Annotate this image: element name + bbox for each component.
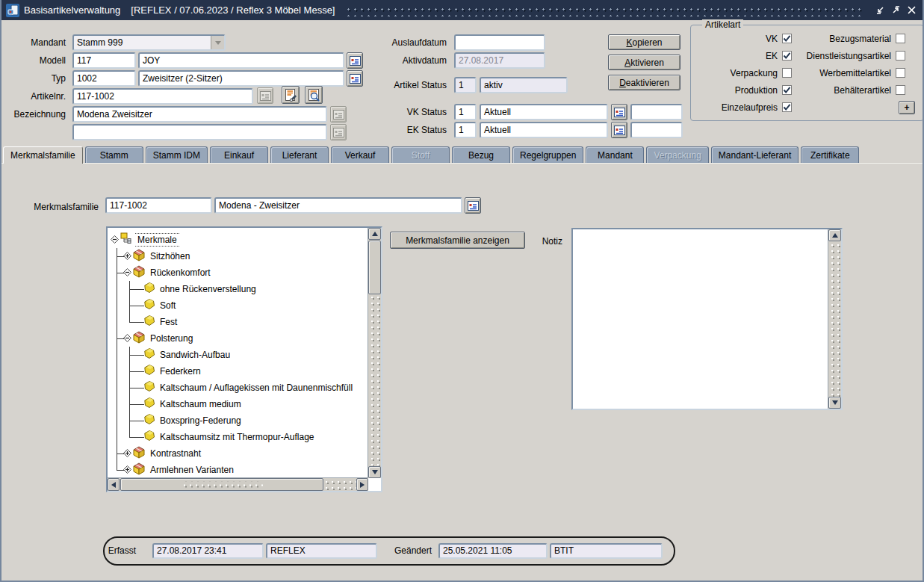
- tab-lieferant[interactable]: Lieferant: [270, 146, 329, 163]
- tree-node-label[interactable]: Polsterung: [148, 332, 195, 344]
- tree-node[interactable]: Boxspring-Federung: [111, 412, 368, 429]
- ek-status-lov-button[interactable]: [611, 122, 627, 138]
- titlebar-grip-pattern: [345, 5, 863, 16]
- tree-node-label[interactable]: Soft: [158, 300, 178, 312]
- tree-node[interactable]: Kaltschaumsitz mit Thermopur-Auflage: [111, 429, 368, 445]
- tree-hscroll-thumb[interactable]: [120, 478, 323, 491]
- leaf-icon: [144, 365, 155, 378]
- tree-node[interactable]: Sandwich-Aufbau: [111, 347, 368, 363]
- tree-node[interactable]: Kaltschaum medium: [111, 396, 368, 412]
- werbemittelartikel-checkbox[interactable]: [896, 68, 905, 78]
- tree-node-label[interactable]: Kontrastnaht: [148, 448, 203, 459]
- tree-node-label[interactable]: Kaltschaumsitz mit Thermopur-Auflage: [158, 431, 317, 443]
- mandant-select[interactable]: Stamm 999: [72, 34, 226, 51]
- auslaufdatum-field[interactable]: [454, 34, 545, 51]
- tree-node[interactable]: Kontrastnaht: [111, 445, 368, 462]
- tree-node-label[interactable]: Fest: [158, 316, 179, 328]
- tree-node[interactable]: Sitzhöhen: [111, 248, 368, 264]
- typ-code-field[interactable]: 1002: [72, 70, 136, 87]
- merkmalsfamilie-code-field[interactable]: 117-1002: [105, 197, 212, 214]
- vk-status-extra-field[interactable]: [630, 104, 683, 120]
- tab-bezug[interactable]: Bezug: [452, 146, 510, 163]
- edit-article-icon[interactable]: [282, 86, 300, 104]
- modell-name-field[interactable]: JOY: [138, 52, 344, 69]
- tree-node[interactable]: Federkern: [111, 363, 368, 380]
- tree-node[interactable]: Polsterung: [111, 330, 368, 347]
- ek-status-extra-field[interactable]: [630, 122, 683, 138]
- tree-node[interactable]: ohne Rückenverstellung: [111, 281, 368, 297]
- tab-merkmalsfamilie[interactable]: Merkmalsfamilie: [3, 146, 83, 164]
- merkmalsfamilie-label: Merkmalsfamilie: [34, 202, 99, 212]
- tree-node[interactable]: Armlehnen Varianten: [111, 462, 368, 478]
- merkmalsfamilie-anzeigen-button[interactable]: Merkmalsfamilie anzeigen: [390, 232, 525, 249]
- tab-stamm-idm[interactable]: Stamm IDM: [146, 146, 208, 163]
- tree-node[interactable]: Rückenkomfort: [111, 264, 368, 281]
- tree-horizontal-scrollbar[interactable]: [108, 477, 368, 491]
- tree-node-label[interactable]: ohne Rückenverstellung: [158, 283, 258, 295]
- tab-mandant[interactable]: Mandant: [586, 146, 644, 163]
- scroll-left-icon[interactable]: [108, 478, 120, 491]
- typ-name-field[interactable]: Zweisitzer (2-Sitzer): [138, 70, 344, 87]
- minimize-icon[interactable]: [873, 4, 887, 17]
- ek-status-code-field[interactable]: 1: [454, 122, 477, 138]
- bezugsmaterial-checkbox[interactable]: [896, 34, 905, 43]
- tree-node-label[interactable]: Rückenkomfort: [148, 267, 213, 279]
- tab-einkauf[interactable]: Einkauf: [210, 146, 268, 163]
- einzelaufpreis-checkbox[interactable]: [782, 102, 792, 112]
- close-icon[interactable]: [905, 4, 918, 17]
- geaendert-user-field: BTIT: [550, 543, 663, 559]
- app-window: Basisartikelverwaltung [REFLEX / 07.06.2…: [0, 0, 924, 582]
- search-article-icon[interactable]: [305, 86, 323, 104]
- tree-node-label[interactable]: Sitzhöhen: [148, 250, 192, 262]
- kopieren-button[interactable]: Kopieren: [608, 34, 680, 50]
- tree-vscroll-thumb[interactable]: [368, 241, 381, 294]
- scroll-up-icon[interactable]: [828, 229, 841, 241]
- tree-vertical-scrollbar[interactable]: [368, 228, 381, 478]
- modell-lov-button[interactable]: [347, 52, 363, 69]
- merkmalsfamilie-name-field[interactable]: Modena - Zweisitzer: [214, 197, 462, 214]
- ek-status-text-field[interactable]: Aktuell: [480, 122, 608, 138]
- tab-regelgruppen[interactable]: Regelgruppen: [512, 146, 583, 163]
- tree-node[interactable]: Merkmale: [111, 232, 368, 248]
- bezeichnung-field[interactable]: Modena Zweisitzer: [72, 106, 327, 123]
- tab-mandant-lieferant[interactable]: Mandant-Lieferant: [711, 146, 799, 163]
- artikelart-add-button[interactable]: +: [899, 101, 915, 114]
- behälterartikel-checkbox[interactable]: [896, 85, 905, 95]
- scroll-right-icon[interactable]: [356, 478, 368, 491]
- vk-status-text-field[interactable]: Aktuell: [480, 104, 608, 120]
- restore-icon[interactable]: [889, 4, 902, 17]
- tree-node[interactable]: Kaltschaum / Auflagekissen mit Daunenmis…: [111, 380, 368, 396]
- tab-verkauf[interactable]: Verkauf: [331, 146, 389, 163]
- notiz-textarea[interactable]: [571, 228, 843, 410]
- aktivieren-button[interactable]: Aktivieren: [608, 55, 680, 70]
- vk-status-lov-button[interactable]: [611, 104, 627, 120]
- bezeichnung2-field[interactable]: [72, 124, 327, 140]
- typ-lov-button[interactable]: [347, 70, 363, 87]
- dienstleistungsartikel-checkbox[interactable]: [896, 51, 905, 61]
- tree-node[interactable]: Fest: [111, 314, 368, 330]
- tab-zertifikate[interactable]: Zertifikate: [801, 146, 859, 163]
- tree-node-label[interactable]: Armlehnen Varianten: [148, 464, 236, 476]
- deaktivieren-button[interactable]: Deaktivieren: [608, 75, 680, 90]
- modell-code-field[interactable]: 117: [72, 52, 136, 69]
- merkmale-tree-panel: MerkmaleSitzhöhenRückenkomfortohne Rücke…: [106, 226, 382, 492]
- tree-node-label[interactable]: Boxspring-Federung: [158, 415, 244, 427]
- tree-expander-icon[interactable]: [111, 233, 119, 247]
- artikelnr-label: Artikelnr.: [31, 91, 66, 102]
- tree-node-label[interactable]: Kaltschaum / Auflagekissen mit Daunenmis…: [158, 382, 355, 394]
- artikelnr-field[interactable]: 117-1002: [72, 88, 253, 105]
- chevron-down-icon[interactable]: [211, 36, 224, 49]
- scroll-up-icon[interactable]: [368, 228, 381, 240]
- artikelart-row: VK: [696, 30, 792, 47]
- merkmalsfamilie-lov-button[interactable]: [465, 197, 481, 214]
- tree-node-label[interactable]: Kaltschaum medium: [158, 398, 244, 410]
- notiz-scrollbar[interactable]: [828, 229, 841, 409]
- tree-node-label[interactable]: Merkmale: [135, 233, 179, 247]
- scroll-down-icon[interactable]: [368, 466, 381, 478]
- tree-node[interactable]: Soft: [111, 297, 368, 314]
- tree-node-label[interactable]: Federkern: [158, 365, 203, 377]
- tree-node-label[interactable]: Sandwich-Aufbau: [158, 349, 232, 361]
- scroll-down-icon[interactable]: [828, 397, 841, 409]
- vk-status-code-field[interactable]: 1: [454, 104, 477, 120]
- tab-stamm[interactable]: Stamm: [85, 146, 143, 163]
